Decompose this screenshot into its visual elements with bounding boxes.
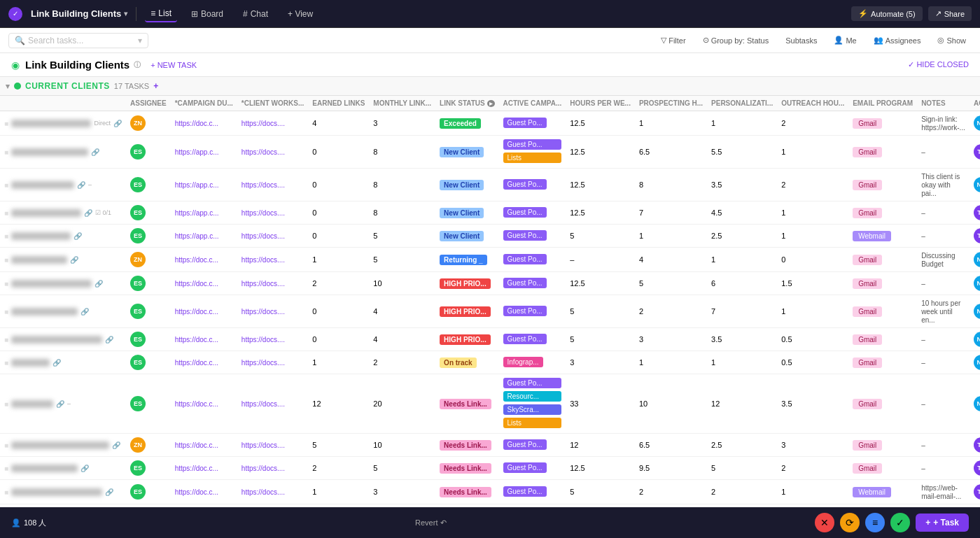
client-works-link[interactable]: https://docs.... <box>241 256 285 264</box>
email-program-badge: Gmail <box>853 358 882 368</box>
bottom-icon-orange[interactable]: ⟳ <box>840 513 860 531</box>
client-works-link[interactable]: https://docs.... <box>241 148 285 156</box>
link-icon[interactable]: 🔗 <box>105 488 113 496</box>
campaign-du-link[interactable]: https://doc.c... <box>175 465 218 472</box>
info-icon[interactable]: ⓘ <box>134 60 141 70</box>
link-icon[interactable]: 🔗 <box>80 308 89 316</box>
bottom-icon-blue[interactable]: ≡ <box>865 513 885 531</box>
link-icon[interactable]: 🔗 <box>94 280 103 288</box>
assignee-avatar: ES <box>130 228 146 243</box>
campaign-du-link[interactable]: https://app.c... <box>175 148 219 156</box>
link-icon[interactable]: 🔗 <box>52 359 61 367</box>
client-works-link[interactable]: https://docs.... <box>241 120 285 127</box>
filter-button[interactable]: ▽ Filter <box>655 34 691 47</box>
bottom-icon-red[interactable]: ✕ <box>815 513 834 531</box>
campaign-du-link[interactable]: https://doc.c... <box>175 256 218 264</box>
col-monthly-link[interactable]: MONTHLY LINK... <box>369 96 435 111</box>
tab-board[interactable]: ⊞ Board <box>186 6 229 22</box>
campaign-du-link[interactable]: https://doc.c... <box>175 308 218 316</box>
campaign-badge: Guest Po... <box>503 334 547 344</box>
dash-text: – <box>88 181 92 188</box>
personalization-value: 3.5 <box>707 328 777 351</box>
revert-button[interactable]: Revert ↶ <box>415 518 446 528</box>
outreach-value: 3 <box>777 434 848 457</box>
view-button[interactable]: + View <box>282 6 318 22</box>
search-box[interactable]: 🔍 Search tasks... ▾ <box>8 33 148 48</box>
client-works-link[interactable]: https://docs.... <box>241 441 285 449</box>
campaign-du-link[interactable]: https://app.c... <box>175 181 219 189</box>
tab-list[interactable]: ≡ List <box>145 6 177 22</box>
nav-title: Link Building Clients ▾ <box>31 8 127 19</box>
plus-icon: + <box>925 518 930 528</box>
assignees-button[interactable]: 👥 Assignees <box>868 34 927 47</box>
search-icon: 🔍 <box>15 36 25 45</box>
col-campaign-due[interactable]: *CAMPAIGN DU... <box>171 96 237 111</box>
show-button[interactable]: ◎ Show <box>932 34 972 47</box>
group-by-button[interactable]: ⊙ Group by: Status <box>697 34 775 47</box>
monthly-link-value: 10 <box>369 272 435 295</box>
link-icon[interactable]: 🔗 <box>84 209 92 217</box>
client-works-link[interactable]: https://docs.... <box>241 359 285 367</box>
campaign-du-link[interactable]: https://doc.c... <box>175 336 218 344</box>
campaign-du-link[interactable]: https://app.c... <box>175 209 219 217</box>
tab-chat[interactable]: # Chat <box>237 6 274 22</box>
campaign-du-link[interactable]: https://doc.c... <box>175 400 218 408</box>
col-personalization[interactable]: PERSONALIZATI... <box>707 96 777 111</box>
col-outreach[interactable]: OUTREACH HOU... <box>777 96 848 111</box>
link-icon[interactable]: 🔗 <box>91 148 99 156</box>
campaign-badge: Guest Po... <box>503 306 547 316</box>
col-hours-per-week[interactable]: HOURS PER WE... <box>566 96 635 111</box>
col-earned-links[interactable]: EARNED LINKS <box>308 96 369 111</box>
campaign-du-link[interactable]: https://app.c... <box>175 232 219 240</box>
client-works-link[interactable]: https://docs.... <box>241 336 285 344</box>
task-name-cell: ■ 🔗 – <box>4 400 122 408</box>
client-works-link[interactable]: https://docs.... <box>241 465 285 472</box>
group-add-icon[interactable]: + <box>153 81 158 91</box>
add-task-button[interactable]: + NEW TASK <box>146 59 201 71</box>
col-assignee[interactable]: ASSIGNEE <box>126 96 171 111</box>
link-icon[interactable]: 🔗 <box>105 336 113 344</box>
row-dot: ■ <box>4 359 8 367</box>
title-caret[interactable]: ▾ <box>124 10 127 17</box>
subtasks-button[interactable]: Subtasks <box>780 34 822 47</box>
group-expand-icon[interactable]: ▾ <box>6 82 10 91</box>
account-avatar: NR <box>974 115 980 131</box>
client-works-link[interactable]: https://docs.... <box>241 181 285 189</box>
client-works-link[interactable]: https://docs.... <box>241 308 285 316</box>
link-icon[interactable]: 🔗 <box>113 120 122 127</box>
campaign-du-link[interactable]: https://doc.c... <box>175 280 218 288</box>
add-task-fab-button[interactable]: + + Task <box>916 514 969 531</box>
client-works-link[interactable]: https://docs.... <box>241 232 285 240</box>
link-icon[interactable]: 🔗 <box>77 181 85 189</box>
campaign-du-link[interactable]: https://doc.c... <box>175 441 218 449</box>
notes-text: https://web-mail-email-... <box>921 484 961 500</box>
campaign-du-link[interactable]: https://doc.c... <box>175 488 218 496</box>
bottom-icon-green[interactable]: ✓ <box>890 513 910 531</box>
col-link-status[interactable]: LINK STATUS ▸ <box>435 96 498 111</box>
nav-right-section: ⚡ Automate (5) ↗ Share <box>851 6 972 21</box>
link-icon[interactable]: 🔗 <box>112 441 120 449</box>
monthly-link-value: 20 <box>369 374 435 434</box>
link-icon[interactable]: 🔗 <box>74 232 82 240</box>
campaign-du-link[interactable]: https://doc.c... <box>175 120 218 127</box>
link-icon[interactable]: 🔗 <box>80 465 89 472</box>
me-button[interactable]: 👤 Me <box>828 34 862 47</box>
col-active-campaigns[interactable]: ACTIVE CAMPA... <box>499 96 566 111</box>
automate-button[interactable]: ⚡ Automate (5) <box>851 6 923 21</box>
client-works-link[interactable]: https://docs.... <box>241 488 285 496</box>
col-prospecting[interactable]: PROSPECTING H... <box>635 96 707 111</box>
col-client-works[interactable]: *CLIENT WORKS... <box>237 96 308 111</box>
link-icon[interactable]: 🔗 <box>70 256 78 264</box>
client-works-link[interactable]: https://docs.... <box>241 280 285 288</box>
notes-text: Sign-in link: https://work-... <box>921 115 965 132</box>
client-works-link[interactable]: https://docs.... <box>241 400 285 408</box>
col-account-strategy[interactable]: ACCOUNT STRA... <box>969 96 980 111</box>
hide-closed-button[interactable]: ✓ HIDE CLOSED <box>908 60 969 69</box>
col-email-program[interactable]: EMAIL PROGRAM <box>848 96 917 111</box>
col-notes[interactable]: NOTES <box>917 96 969 111</box>
campaign-du-link[interactable]: https://doc.c... <box>175 359 218 367</box>
share-button[interactable]: ↗ Share <box>928 6 972 21</box>
search-dropdown-icon[interactable]: ▾ <box>138 36 142 45</box>
link-icon[interactable]: 🔗 <box>56 400 64 408</box>
client-works-link[interactable]: https://docs.... <box>241 209 285 217</box>
